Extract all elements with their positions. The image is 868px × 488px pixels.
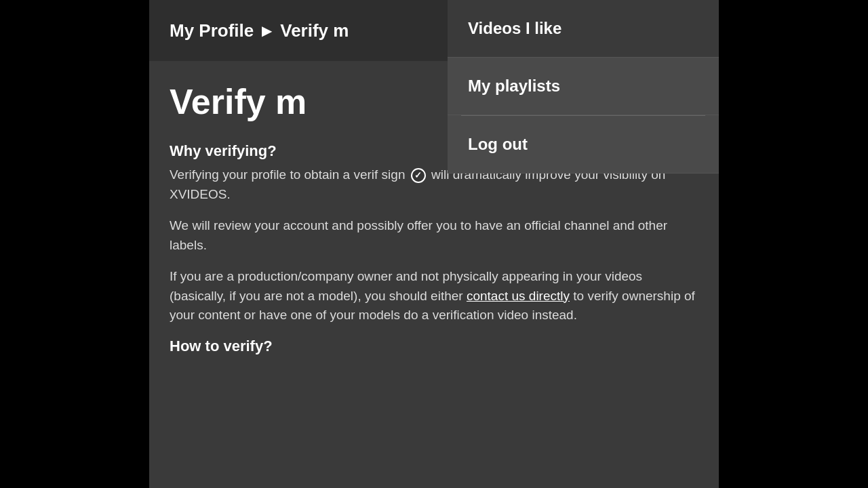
verified-badge-icon <box>411 168 426 183</box>
black-bar-right <box>719 0 868 488</box>
dropdown-item-videos-i-like[interactable]: Videos I like <box>448 0 719 58</box>
page-title: Verify m <box>170 81 454 122</box>
dropdown-menu: Videos I like My playlists Log out <box>448 0 719 174</box>
header: My Profile ▶ Verify m Videos I like My p… <box>149 0 719 61</box>
contact-us-link[interactable]: contact us directly <box>467 289 570 303</box>
breadcrumb-current: Verify m <box>280 20 349 41</box>
how-to-verify-heading: How to verify? <box>170 338 698 355</box>
black-bar-left <box>0 0 149 488</box>
why-verifying-para3: If you are a production/company owner an… <box>170 267 698 325</box>
breadcrumb-arrow-icon: ▶ <box>262 22 272 39</box>
dropdown-item-log-out[interactable]: Log out <box>448 116 719 174</box>
breadcrumb-home[interactable]: My Profile <box>170 20 254 41</box>
main-content: My Profile ▶ Verify m Videos I like My p… <box>149 0 719 488</box>
why-verifying-para2: We will review your account and possibly… <box>170 216 698 255</box>
dropdown-item-my-playlists[interactable]: My playlists <box>448 58 719 115</box>
breadcrumb: My Profile ▶ Verify m <box>170 20 349 41</box>
